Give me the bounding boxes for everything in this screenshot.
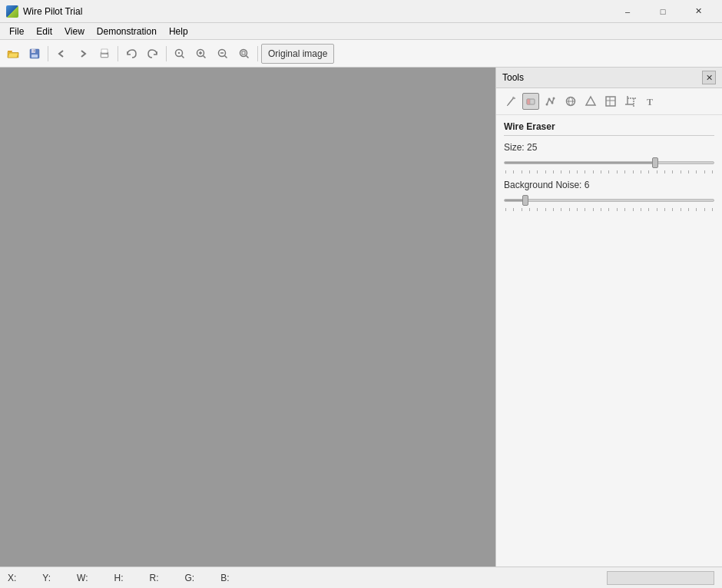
maximize-button[interactable]: □	[645, 0, 681, 23]
save-btn[interactable]	[25, 44, 45, 64]
status-h-label: H:	[114, 573, 123, 583]
print-btn[interactable]	[94, 44, 114, 64]
minimize-button[interactable]: –	[610, 0, 645, 23]
size-slider-ticks	[504, 170, 714, 173]
triangle-tool-btn[interactable]	[582, 93, 599, 110]
menu-view[interactable]: View	[58, 25, 91, 38]
bg-noise-slider-container[interactable]	[504, 193, 714, 207]
bg-noise-label: Background Noise: 6	[504, 180, 714, 190]
canvas-area[interactable]	[0, 68, 495, 567]
zoom-out-btn[interactable]	[213, 44, 233, 64]
svg-point-27	[546, 104, 548, 106]
status-progress-bar	[607, 571, 714, 585]
svg-line-24	[507, 105, 508, 106]
toolbar-sep-4	[257, 46, 258, 61]
undo-btn[interactable]	[121, 44, 141, 64]
tools-close-btn[interactable]: ✕	[702, 71, 716, 84]
svg-rect-4	[34, 49, 35, 51]
tools-panel: Tools ✕	[495, 68, 722, 567]
edit-tool-btn[interactable]	[542, 93, 559, 110]
window-controls: – □ ✕	[610, 0, 716, 23]
crop-tool-btn[interactable]	[622, 93, 639, 110]
menu-edit[interactable]: Edit	[30, 25, 58, 38]
svg-rect-26	[527, 99, 530, 104]
app-icon	[6, 5, 18, 18]
size-slider-fill	[505, 162, 655, 164]
svg-point-28	[548, 98, 551, 101]
original-image-btn[interactable]: Original image	[261, 44, 334, 64]
status-g-label: G:	[184, 573, 194, 583]
status-x: X:	[8, 573, 19, 583]
toolbar: Original image	[0, 40, 722, 68]
svg-line-12	[182, 55, 184, 58]
status-r: R:	[149, 573, 161, 583]
grid-tool-btn[interactable]	[602, 93, 619, 110]
eraser-tool-btn[interactable]	[522, 93, 539, 110]
wire-eraser-title: Wire Eraser	[504, 121, 714, 136]
bg-noise-slider-ticks	[504, 208, 714, 211]
svg-line-21	[247, 55, 249, 58]
menu-help[interactable]: Help	[163, 25, 194, 38]
redo-btn[interactable]	[143, 44, 163, 64]
size-slider-track	[504, 161, 714, 164]
svg-point-29	[551, 102, 554, 104]
bg-noise-slider-track	[504, 199, 714, 202]
zoom-in-1-btn[interactable]	[170, 44, 190, 64]
tools-title: Tools	[502, 72, 524, 83]
size-slider-thumb[interactable]	[652, 157, 658, 168]
menu-file[interactable]: File	[3, 25, 30, 38]
svg-rect-2	[31, 49, 35, 53]
svg-rect-8	[107, 53, 108, 54]
svg-point-30	[553, 97, 555, 100]
status-b: B:	[220, 573, 232, 583]
svg-rect-22	[242, 51, 245, 55]
status-y-label: Y:	[42, 573, 51, 583]
svg-rect-35	[606, 97, 615, 106]
size-label: Size: 25	[504, 142, 714, 153]
toolbar-sep-1	[48, 46, 48, 61]
status-x-label: X:	[8, 573, 16, 583]
zoom-fit-btn[interactable]	[234, 44, 254, 64]
transform-tool-btn[interactable]	[562, 93, 579, 110]
svg-point-20	[240, 49, 247, 56]
svg-line-23	[508, 97, 514, 105]
tool-settings: Wire Eraser Size: 25 Background Noise: 6	[496, 115, 722, 217]
app-title: Wire Pilot Trial	[23, 6, 610, 17]
back-btn[interactable]	[51, 44, 71, 64]
svg-text:T: T	[647, 97, 653, 107]
svg-line-16	[204, 55, 206, 58]
status-r-label: R:	[149, 573, 158, 583]
tools-header: Tools ✕	[496, 68, 722, 88]
size-slider-container[interactable]	[504, 156, 714, 170]
svg-rect-7	[101, 49, 108, 53]
svg-line-19	[225, 55, 227, 58]
title-bar: Wire Pilot Trial – □ ✕	[0, 0, 722, 23]
svg-rect-6	[101, 55, 108, 57]
pen-tool-btn[interactable]	[502, 93, 519, 110]
svg-marker-34	[586, 97, 595, 105]
bg-noise-slider-thumb[interactable]	[522, 195, 528, 206]
status-y: Y:	[42, 573, 54, 583]
status-b-label: B:	[220, 573, 229, 583]
main-area: Tools ✕	[0, 68, 722, 567]
status-w: W:	[77, 573, 91, 583]
status-bar: X: Y: W: H: R: G: B:	[0, 567, 722, 588]
status-w-label: W:	[77, 573, 88, 583]
open-folder-btn[interactable]	[3, 44, 23, 64]
forward-btn[interactable]	[73, 44, 93, 64]
toolbar-sep-3	[166, 46, 167, 61]
status-h: H:	[114, 573, 126, 583]
tool-icons-row: T	[496, 88, 722, 115]
menu-demonstration[interactable]: Demonstration	[91, 25, 163, 38]
text-tool-btn[interactable]: T	[642, 93, 659, 110]
toolbar-sep-2	[118, 46, 118, 61]
zoom-in-2-btn[interactable]	[191, 44, 211, 64]
menu-bar: File Edit View Demonstration Help	[0, 23, 722, 40]
svg-rect-3	[31, 55, 38, 58]
close-button[interactable]: ✕	[681, 0, 716, 23]
status-g: G:	[184, 573, 197, 583]
